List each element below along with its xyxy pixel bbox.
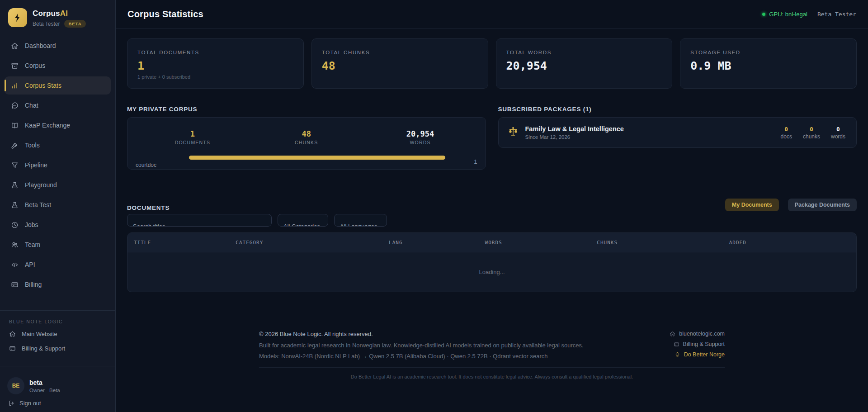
private-words-stat: 20,954 WORDS [363, 129, 477, 145]
org-label: BLUE NOTE LOGIC [9, 319, 106, 324]
column-lang: LANG [389, 240, 485, 246]
book-icon [11, 122, 19, 129]
scales-icon [508, 126, 519, 139]
footer-website-link[interactable]: bluenotelogic.com [670, 331, 725, 337]
footer-description: Built for academic legal research in Nor… [259, 342, 584, 349]
package-title: Family Law & Legal Intelligence [525, 125, 624, 133]
stat-card-total-chunks: TOTAL CHUNKS 48 [311, 38, 488, 89]
column-category: CATEGORY [236, 240, 389, 246]
sidebar-item-playground[interactable]: Playground [5, 176, 111, 194]
stat-card-total-documents: TOTAL DOCUMENTS 1 1 private + 0 subscrib… [127, 38, 304, 89]
sidebar-item-chat[interactable]: Chat [5, 96, 111, 114]
loading-text: Loading... [479, 269, 505, 275]
category-filter-select[interactable]: All Categories [278, 214, 328, 227]
sidebar-divider [0, 310, 115, 311]
package-docs-stat: 0 docs [781, 126, 792, 140]
home-icon [670, 331, 675, 337]
archive-icon [11, 62, 19, 70]
code-icon [11, 261, 19, 269]
package-chunks-stat: 0 chunks [803, 126, 820, 140]
wrench-icon [11, 142, 19, 149]
sidebar-item-pipeline[interactable]: Pipeline [5, 156, 111, 174]
footer-do-better-norge-link[interactable]: Do Better Norge [670, 351, 725, 358]
package-card[interactable]: Family Law & Legal Intelligence Since Ma… [498, 117, 857, 148]
flask-icon [11, 201, 19, 209]
credit-card-icon [674, 341, 679, 347]
search-titles-input[interactable]: Search titles... [127, 214, 272, 227]
chat-bubble-icon [11, 102, 19, 109]
documents-heading: DOCUMENTS [127, 204, 170, 211]
brand-name: CorpusAI [33, 9, 86, 18]
credit-card-icon [11, 281, 19, 289]
documents-tabs: My Documents Package Documents [725, 199, 857, 211]
funnel-icon [11, 161, 19, 169]
sidebar-item-api[interactable]: API [5, 256, 111, 274]
table-header-row: TITLE CATEGORY LANG WORDS CHUNKS ADDED [127, 233, 856, 252]
tab-my-documents[interactable]: My Documents [725, 199, 779, 211]
home-icon [11, 42, 19, 50]
avatar: BE [7, 377, 24, 394]
corpusai-logo-icon [8, 8, 27, 27]
sidebar-item-jobs[interactable]: Jobs [5, 216, 111, 234]
language-filter-select[interactable]: All Languages [334, 214, 387, 227]
sidebar-item-kaap-exchange[interactable]: KaaP Exchange [5, 116, 111, 134]
home-icon [9, 331, 16, 337]
stat-cards: TOTAL DOCUMENTS 1 1 private + 0 subscrib… [127, 38, 857, 89]
footer-billing-support-link[interactable]: Billing & Support [670, 341, 725, 347]
stat-card-storage-used: STORAGE USED 0.9 MB [680, 38, 857, 89]
private-documents-stat: 1 DOCUMENTS [136, 129, 250, 145]
sign-out-button[interactable]: Sign out [0, 394, 115, 408]
column-words: WORDS [485, 240, 597, 246]
topbar: Corpus Statistics GPU: bnl-legal Beta Te… [116, 0, 868, 28]
tab-package-documents[interactable]: Package Documents [788, 199, 857, 211]
sign-out-icon [8, 400, 15, 407]
sidebar: CorpusAI Beta Tester BETA Dashboard Corp… [0, 0, 116, 412]
footer-disclaimer: Do Better Legal AI is an academic resear… [127, 374, 857, 379]
app-root: CorpusAI Beta Tester BETA Dashboard Corp… [0, 0, 868, 412]
footer-copyright: © 2026 Blue Note Logic. All rights reser… [259, 331, 584, 337]
users-icon [11, 241, 19, 249]
sidebar-item-beta-test[interactable]: Beta Test [5, 196, 111, 214]
private-corpus-heading: MY PRIVATE CORPUS [127, 106, 486, 113]
org-section: BLUE NOTE LOGIC Main Website Billing & S… [0, 316, 115, 360]
clock-icon [11, 221, 19, 229]
gpu-status: GPU: bnl-legal [762, 11, 807, 18]
main-website-link[interactable]: Main Website [9, 331, 106, 337]
footer: © 2026 Blue Note Logic. All rights reser… [127, 331, 857, 379]
page-title: Corpus Statistics [127, 9, 203, 19]
sidebar-item-tools[interactable]: Tools [5, 136, 111, 154]
bar-fill [189, 156, 445, 160]
subscribed-packages-heading: SUBSCRIBED PACKAGES (1) [498, 106, 857, 113]
column-title: TITLE [134, 240, 236, 246]
package-since: Since Mar 12, 2026 [525, 134, 624, 140]
subscribed-packages-section: SUBSCRIBED PACKAGES (1) Family Law & Leg… [498, 106, 857, 170]
billing-support-link[interactable]: Billing & Support [9, 345, 106, 352]
documents-table: TITLE CATEGORY LANG WORDS CHUNKS ADDED L… [127, 232, 857, 292]
bar-category-label: courtdoc [136, 162, 189, 168]
total-words-value: 20,954 [506, 59, 662, 72]
sidebar-item-corpus[interactable]: Corpus [5, 57, 111, 75]
topbar-user-label: Beta Tester [817, 11, 856, 18]
sidebar-item-corpus-stats[interactable]: Corpus Stats [5, 76, 111, 95]
sidebar-nav: Dashboard Corpus Corpus Stats Chat KaaP … [0, 37, 115, 295]
column-chunks: CHUNKS [597, 240, 729, 246]
total-documents-value: 1 [137, 59, 293, 72]
lightbulb-icon [675, 352, 680, 358]
sidebar-item-billing[interactable]: Billing [5, 275, 111, 294]
brand: CorpusAI Beta Tester BETA [0, 7, 115, 32]
private-chunks-stat: 48 CHUNKS [250, 129, 363, 145]
bar-value: 1 [462, 158, 477, 165]
footer-models: Models: NorwAI-24B (Nordic NLP Lab) → Qw… [259, 353, 584, 360]
gpu-status-dot [762, 13, 765, 16]
footer-divider [259, 367, 725, 368]
sidebar-item-dashboard[interactable]: Dashboard [5, 37, 111, 55]
column-added: ADDED [729, 240, 856, 246]
credit-card-icon [9, 345, 16, 352]
main-area: Corpus Statistics GPU: bnl-legal Beta Te… [116, 0, 868, 412]
documents-filters: Search titles... All Categories All Lang… [127, 214, 857, 227]
bar-chart-icon [11, 82, 19, 90]
user-block: BE beta Owner - Beta [0, 372, 115, 394]
stat-card-total-words: TOTAL WORDS 20,954 [496, 38, 673, 89]
user-name: beta [29, 379, 60, 386]
sidebar-item-team[interactable]: Team [5, 236, 111, 254]
